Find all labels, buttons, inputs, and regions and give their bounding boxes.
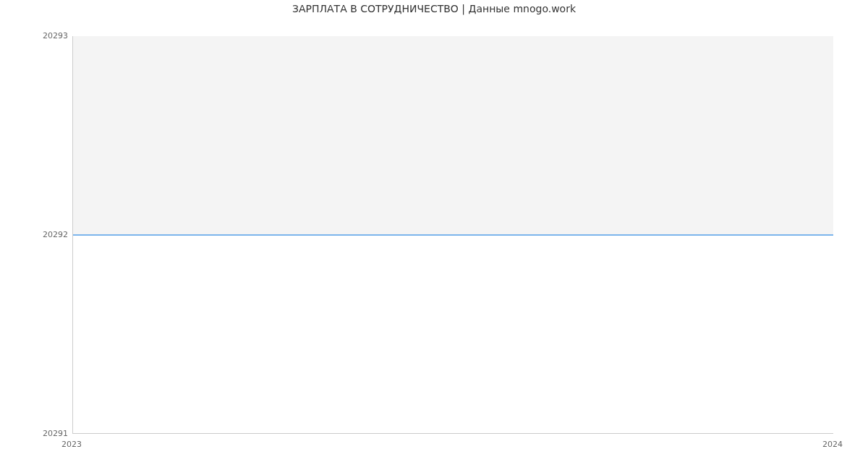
- chart-container: ЗАРПЛАТА В СОТРУДНИЧЕСТВО | Данные mnogo…: [0, 0, 868, 470]
- y-tick-mid: 20292: [3, 231, 68, 239]
- x-tick-end: 2024: [822, 440, 843, 449]
- plot-band-upper: [73, 36, 833, 235]
- y-tick-lower: 20291: [3, 430, 68, 438]
- chart-title: ЗАРПЛАТА В СОТРУДНИЧЕСТВО | Данные mnogo…: [0, 3, 868, 14]
- series-line-salary: [73, 234, 833, 236]
- plot-area: [72, 36, 833, 434]
- y-tick-upper: 20293: [3, 32, 68, 40]
- x-tick-start: 2023: [61, 440, 82, 449]
